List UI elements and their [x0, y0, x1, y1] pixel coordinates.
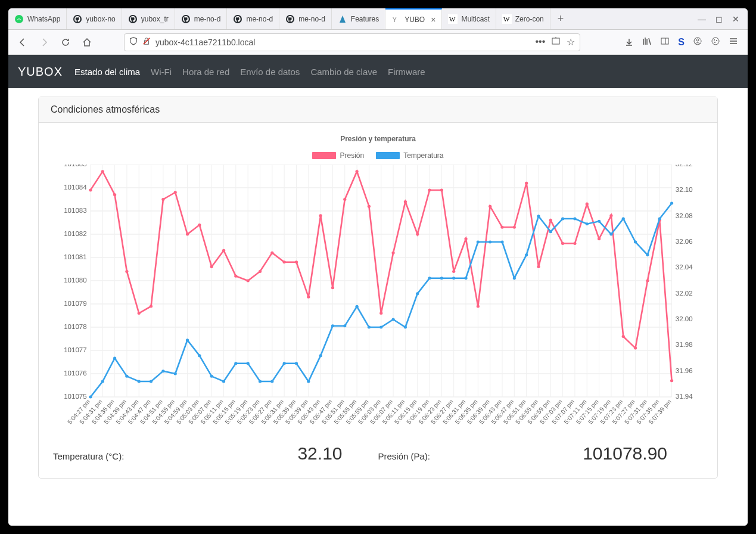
svg-text:32.06: 32.06	[676, 238, 693, 245]
legend-temperatura[interactable]: Temperatura	[376, 151, 443, 160]
svg-point-222	[331, 324, 334, 327]
svg-point-236	[500, 241, 503, 244]
close-window-icon[interactable]: ✕	[732, 14, 739, 24]
svg-rect-15	[661, 38, 668, 44]
url-input[interactable]	[155, 38, 531, 47]
close-icon[interactable]: ×	[431, 15, 435, 24]
svg-point-244	[598, 220, 601, 223]
ext-cookie-icon[interactable]	[711, 36, 720, 48]
svg-point-239	[537, 215, 540, 218]
nav-item-1[interactable]: Wi-Fi	[151, 67, 172, 77]
svg-text:101076: 101076	[64, 370, 86, 377]
tab-label: Multicast	[461, 15, 489, 23]
pres-value: 101078.90	[583, 443, 667, 464]
svg-point-214	[234, 362, 237, 365]
sidebar-icon[interactable]	[660, 36, 670, 48]
more-icon[interactable]: •••	[536, 36, 546, 48]
nav-item-2[interactable]: Hora de red	[182, 67, 229, 77]
home-button[interactable]	[79, 34, 95, 51]
svg-point-197	[622, 335, 625, 338]
svg-point-241	[561, 218, 564, 221]
nav-item-5[interactable]: Firmware	[388, 67, 425, 77]
svg-point-177	[379, 312, 382, 315]
svg-point-212	[210, 375, 213, 378]
new-tab-button[interactable]: +	[550, 8, 571, 29]
svg-point-193	[573, 242, 576, 245]
shield-icon[interactable]	[129, 37, 138, 48]
download-icon[interactable]	[621, 34, 637, 51]
svg-text:101084: 101084	[64, 184, 86, 191]
svg-point-208	[161, 370, 164, 372]
svg-text:32.12: 32.12	[676, 164, 693, 167]
svg-point-206	[138, 380, 141, 383]
browser-tab-3[interactable]: me-no-d	[175, 8, 228, 29]
svg-point-223	[343, 324, 346, 327]
nav-item-3[interactable]: Envío de datos	[240, 67, 300, 77]
library-icon[interactable]	[642, 36, 652, 48]
legend-swatch-temperatura-icon	[376, 152, 400, 159]
app-navbar: YUBOX Estado del climaWi-FiHora de redEn…	[8, 55, 748, 88]
browser-tab-6[interactable]: Features	[332, 8, 385, 29]
svg-point-153	[89, 188, 92, 191]
nav-item-0[interactable]: Estado del clima	[74, 67, 140, 77]
svg-point-203	[101, 380, 104, 383]
bookmark-icon[interactable]: ☆	[567, 36, 575, 48]
back-button[interactable]	[14, 34, 31, 51]
svg-point-184	[464, 237, 467, 240]
svg-point-189	[525, 182, 528, 185]
svg-point-192	[561, 242, 564, 245]
svg-point-157	[138, 312, 141, 315]
svg-point-160	[174, 191, 177, 194]
svg-point-196	[609, 214, 612, 217]
chart-canvas[interactable]: 1010751010761010771010781010791010801010…	[53, 164, 703, 433]
svg-text:101078: 101078	[64, 323, 86, 330]
legend-presion[interactable]: Presión	[312, 151, 364, 160]
nav-item-4[interactable]: Cambio de clave	[310, 67, 377, 77]
svg-point-162	[198, 223, 201, 226]
lock-insecure-icon[interactable]	[142, 37, 151, 48]
svg-text:32.08: 32.08	[676, 212, 693, 219]
account-icon[interactable]	[693, 36, 702, 48]
svg-point-21	[716, 40, 717, 41]
svg-point-248	[646, 253, 649, 256]
browser-tab-7[interactable]: YYUBO×	[385, 8, 442, 29]
menu-icon[interactable]	[729, 36, 738, 48]
svg-point-250	[670, 202, 673, 205]
browser-tab-0[interactable]: WhatsApp	[8, 8, 67, 29]
forward-button[interactable]	[36, 34, 52, 51]
tab-label: yubox_tr	[141, 15, 169, 23]
ext-s-icon[interactable]: S	[678, 37, 685, 48]
browser-tab-4[interactable]: me-no-d	[227, 8, 279, 29]
svg-point-165	[234, 275, 237, 278]
svg-point-217	[270, 380, 273, 383]
browser-tab-1[interactable]: yubox-no	[67, 8, 122, 29]
tab-label: yubox-no	[86, 15, 115, 23]
svg-text:32.04: 32.04	[676, 264, 693, 271]
favicon-icon	[14, 14, 24, 24]
svg-point-211	[198, 354, 201, 357]
pres-label: Presión (Pa):	[378, 451, 431, 461]
svg-text:101082: 101082	[64, 230, 86, 237]
brand[interactable]: YUBOX	[18, 65, 63, 79]
favicon-icon	[338, 14, 347, 24]
browser-tab-5[interactable]: me-no-d	[279, 8, 332, 29]
chart-legend: Presión Temperatura	[53, 151, 703, 160]
svg-point-178	[391, 252, 394, 254]
favicon-icon: W	[502, 14, 512, 24]
favicon-icon: Y	[391, 15, 401, 24]
svg-point-186	[489, 205, 491, 208]
browser-tab-2[interactable]: yubox_tr	[122, 8, 175, 29]
maximize-icon[interactable]: ◻	[715, 14, 723, 24]
svg-point-180	[416, 233, 419, 236]
browser-tab-9[interactable]: WZero-con	[496, 8, 550, 29]
reader-icon[interactable]	[551, 36, 561, 48]
svg-point-230	[428, 277, 431, 280]
browser-tab-8[interactable]: WMulticast	[442, 8, 496, 29]
minimize-icon[interactable]: —	[698, 14, 706, 24]
tab-label: me-no-d	[298, 15, 325, 23]
svg-point-170	[295, 260, 298, 263]
url-input-wrap[interactable]: ••• ☆	[124, 33, 580, 51]
reload-button[interactable]	[57, 34, 74, 51]
svg-point-198	[634, 347, 637, 350]
svg-point-176	[368, 205, 371, 208]
